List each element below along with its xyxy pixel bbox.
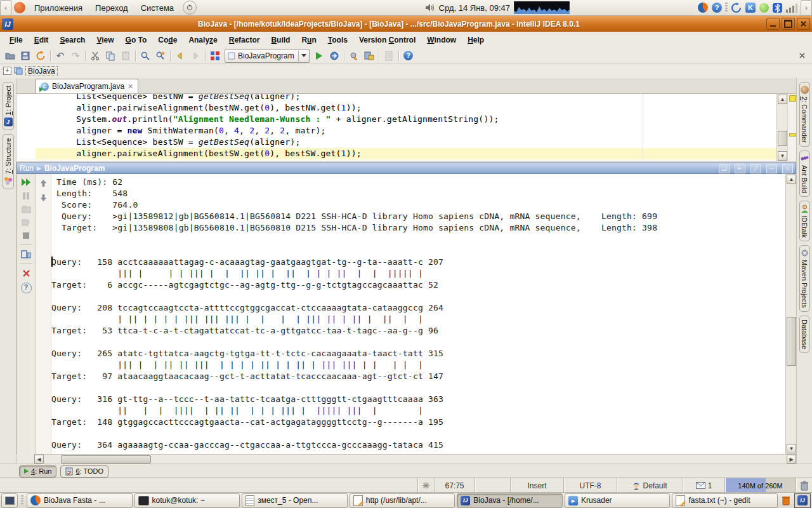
window-titlebar[interactable]: IJ BioJava - [/home/kotuk/IdeaProjects/B…: [0, 16, 812, 32]
settings-button[interactable]: [346, 49, 362, 63]
menu-item[interactable]: Analyze: [183, 36, 223, 44]
cut-button[interactable]: [88, 49, 103, 63]
notifications-indicator[interactable]: 1: [683, 478, 724, 493]
menu-item[interactable]: Search: [54, 36, 91, 44]
task-button-writer[interactable]: змест_5 - Open...: [242, 493, 348, 508]
restore-layout-button[interactable]: [22, 218, 30, 227]
float-mode-icon[interactable]: ❑: [719, 164, 730, 173]
minimize-button[interactable]: [766, 18, 780, 30]
task-button-gedit-fasta[interactable]: fasta.txt (~) - gedit: [672, 493, 778, 508]
tool-button-run[interactable]: 4: Run: [19, 465, 56, 478]
code-editor[interactable]: List<Sequence> bestNW = getBestSeq(align…: [16, 94, 796, 161]
task-button-krusader[interactable]: ▸ Krusader: [565, 493, 671, 508]
hector-inspections-button[interactable]: [417, 478, 434, 493]
network-signal-icon[interactable]: [786, 3, 797, 13]
console-scrollbar-thumb[interactable]: [787, 317, 796, 366]
run-configurations-button[interactable]: [207, 49, 223, 63]
scroll-down-icon[interactable]: ▼: [787, 444, 796, 453]
power-button[interactable]: [183, 1, 197, 15]
error-stripe-mark[interactable]: [789, 133, 796, 137]
combo-dropdown-button[interactable]: [298, 50, 309, 62]
panel-hide-right-button[interactable]: ›: [801, 0, 812, 16]
console-view-button[interactable]: [21, 250, 31, 258]
tool-button-idetalk[interactable]: IDEtalk: [799, 201, 810, 241]
tool-button-database[interactable]: Database: [799, 316, 809, 353]
tool-button-todo[interactable]: 6: TODO: [60, 465, 108, 478]
task-button-gedit-http[interactable]: http (/usr/lib/apt/...: [350, 493, 455, 508]
console-vertical-scrollbar[interactable]: ▲ ▼: [785, 174, 796, 454]
help-button[interactable]: ?: [401, 49, 416, 63]
kmix-tray-icon[interactable]: K: [745, 3, 756, 13]
save-button[interactable]: [18, 49, 33, 63]
run-toolwindow-header[interactable]: Run ▶ BioJavaProgram ❑ ⇤ ╱ – ⍗: [16, 163, 796, 174]
tool-button-maven[interactable]: Maven Projects: [799, 245, 810, 312]
copy-button[interactable]: [103, 49, 118, 63]
stop-button[interactable]: [22, 232, 30, 239]
pause-button[interactable]: [22, 192, 30, 200]
panel-hide-left-button[interactable]: ‹: [0, 0, 11, 16]
trash-applet-icon[interactable]: [782, 495, 790, 505]
panel-menu-item[interactable]: Приложения: [28, 0, 89, 15]
editor-vertical-scrollbar[interactable]: ▲ ▼: [776, 94, 787, 161]
export-button[interactable]: [381, 49, 396, 63]
tool-button-project[interactable]: 1: Project J: [3, 82, 14, 130]
redo-button[interactable]: ↷: [68, 49, 83, 63]
prev-occurrence-button[interactable]: [39, 179, 48, 187]
hide-toolwindow-icon[interactable]: ⍗: [782, 164, 793, 173]
editor-code[interactable]: List<Sequence> bestNW = getBestSeq(align…: [16, 94, 776, 161]
caret-position[interactable]: 67:75: [434, 478, 475, 493]
scroll-down-icon[interactable]: ▼: [778, 151, 787, 161]
menu-item[interactable]: View: [91, 36, 119, 44]
console-help-button[interactable]: ?: [21, 283, 32, 293]
tool-button-ant-build[interactable]: Ant Build: [799, 150, 810, 197]
close-button[interactable]: [797, 18, 810, 30]
menu-item[interactable]: Help: [462, 36, 490, 44]
project-structure-button[interactable]: [362, 49, 377, 63]
synchronize-button[interactable]: [33, 49, 48, 63]
menu-item[interactable]: Window: [421, 36, 462, 44]
bluetooth-tray-icon[interactable]: [773, 3, 782, 13]
tab-close-icon[interactable]: ✕: [128, 83, 133, 91]
pin-icon[interactable]: ╱: [750, 164, 761, 173]
find-button[interactable]: [138, 49, 153, 63]
console-horizontal-scrollbar[interactable]: ◀ ▶: [34, 454, 796, 464]
scroll-up-icon[interactable]: ▲: [787, 175, 796, 184]
menu-item[interactable]: Version Control: [353, 36, 421, 44]
editor-scrollbar-thumb[interactable]: [778, 131, 787, 146]
breadcrumb[interactable]: BioJava: [25, 66, 58, 76]
scroll-left-icon[interactable]: ◀: [34, 455, 44, 464]
expand-icon[interactable]: +: [3, 67, 11, 75]
editor-tab[interactable]: C BioJavaProgram.java ✕: [36, 79, 138, 93]
error-stripe-top-mark[interactable]: [789, 95, 796, 102]
run-configuration-combo[interactable]: BioJavaProgram: [225, 49, 310, 63]
tool-button-commander[interactable]: 2: Commander: [799, 82, 810, 147]
idea-tray-icon[interactable]: IJ: [794, 493, 811, 508]
insert-overwrite-indicator[interactable]: Insert: [510, 478, 563, 493]
task-button-terminal[interactable]: kotuk@kotuk: ~: [134, 493, 240, 508]
messenger-tray-icon[interactable]: [759, 3, 769, 13]
menu-item[interactable]: Build: [265, 36, 296, 44]
system-monitor-applet[interactable]: [514, 1, 570, 14]
panel-menu-item[interactable]: Переход: [89, 0, 134, 15]
rerun-button[interactable]: [21, 178, 31, 187]
console-output-area[interactable]: Time (ms): 62 Length: 548 Score: 764.0 Q…: [51, 174, 785, 454]
forward-button[interactable]: [188, 49, 203, 63]
help-tray-icon[interactable]: ?: [712, 3, 722, 13]
volume-icon[interactable]: [425, 3, 435, 12]
firefox-tray-icon[interactable]: [698, 3, 708, 13]
minimize-toolwindow-icon[interactable]: –: [766, 164, 777, 173]
hscrollbar-thumb[interactable]: [61, 455, 151, 464]
editor-error-stripe[interactable]: [787, 94, 796, 161]
dump-threads-button[interactable]: [22, 205, 31, 213]
ubuntu-logo-icon[interactable]: [14, 2, 25, 13]
replace-button[interactable]: [153, 49, 168, 63]
memory-indicator[interactable]: 140M of 260M: [724, 478, 796, 493]
maximize-button[interactable]: [782, 18, 795, 30]
tool-button-structure[interactable]: 7: Structure: [3, 134, 14, 189]
menu-item[interactable]: Run: [296, 36, 322, 44]
menu-item[interactable]: Tools: [322, 36, 353, 44]
dock-mode-icon[interactable]: ⇤: [735, 164, 745, 173]
run-button[interactable]: [311, 49, 327, 63]
task-button-idea[interactable]: IJ BioJava - [/home/...: [457, 493, 563, 508]
undo-button[interactable]: ↶: [53, 49, 68, 63]
